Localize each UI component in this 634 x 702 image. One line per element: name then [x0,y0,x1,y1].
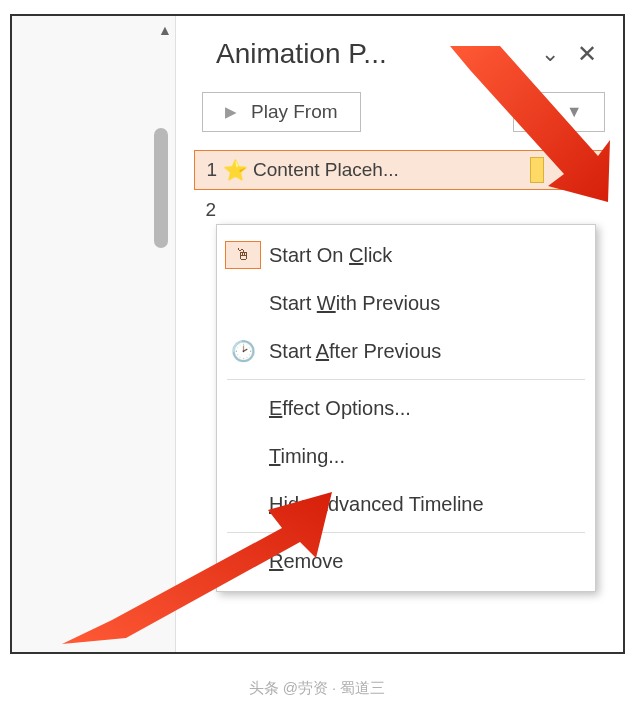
menu-start-after-previous[interactable]: 🕑 Start After Previous [217,327,595,375]
menu-remove[interactable]: Remove [217,537,595,585]
animation-timing-bar[interactable] [530,157,544,183]
animation-item-1[interactable]: 1 ⭐ Content Placeh... ▼ [194,150,605,190]
menu-separator [227,379,585,380]
animation-label: Content Placeh... [249,159,530,181]
blank-icon [225,442,261,470]
animation-number: 2 [194,199,220,221]
menu-start-with-previous[interactable]: Start With Previous [217,279,595,327]
play-from-button[interactable]: ▶ Play From [202,92,361,132]
pane-collapse-chevron-icon[interactable]: ⌄ [531,37,569,71]
scrollbar-thumb[interactable] [154,128,168,248]
menu-label: Effect Options... [269,397,411,420]
menu-label: Timing... [269,445,345,468]
play-icon: ▶ [225,103,237,121]
pane-title: Animation P... [216,38,531,70]
play-button-label: Play From [251,101,338,123]
pane-toolbar: ▶ Play From ▲ ▼ [176,80,623,150]
blank-icon [225,394,261,422]
menu-start-on-click[interactable]: 🖱 Start On Click [217,231,595,279]
menu-effect-options[interactable]: Effect Options... [217,384,595,432]
reorder-down-icon: ▼ [566,103,582,121]
pane-close-icon[interactable]: ✕ [569,36,605,72]
watermark-footer: 头条 @劳资 · 蜀道三 [0,679,634,698]
star-effect-icon: ⭐ [221,158,249,182]
menu-label: Start On Click [269,244,392,267]
menu-separator [227,532,585,533]
app-frame: ▲ Animation P... ⌄ ✕ ▶ Play From ▲ ▼ 1 ⭐… [10,14,625,654]
mouse-click-icon: 🖱 [225,241,261,269]
reorder-button[interactable]: ▲ ▼ [513,92,605,132]
clock-icon: 🕑 [225,337,261,365]
reorder-up-icon: ▲ [536,103,552,121]
blank-icon [225,490,261,518]
animation-list: 1 ⭐ Content Placeh... ▼ 2 [176,150,623,230]
animation-dropdown-icon[interactable]: ▼ [581,163,594,178]
menu-label: Hide Advanced Timeline [269,493,484,516]
menu-hide-timeline[interactable]: Hide Advanced Timeline [217,480,595,528]
animation-number: 1 [195,159,221,181]
blank-icon [225,289,261,317]
pane-header: Animation P... ⌄ ✕ [176,16,623,80]
slide-thumbnail-gutter: ▲ [12,16,176,652]
animation-context-menu: 🖱 Start On Click Start With Previous 🕑 S… [216,224,596,592]
menu-label: Remove [269,550,343,573]
menu-timing[interactable]: Timing... [217,432,595,480]
blank-icon [225,547,261,575]
menu-label: Start With Previous [269,292,440,315]
menu-label: Start After Previous [269,340,441,363]
scroll-up-arrow-icon[interactable]: ▲ [158,22,172,38]
